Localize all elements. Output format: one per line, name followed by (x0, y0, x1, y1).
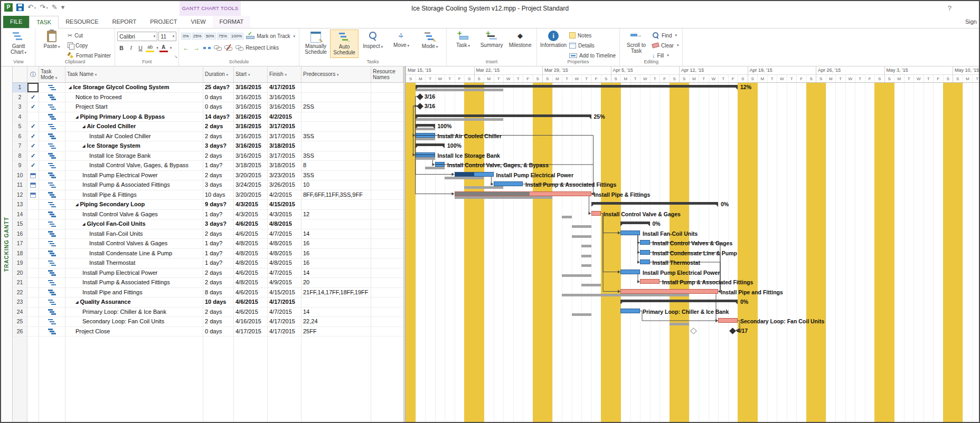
finish-cell[interactable]: 4/2/2015 (268, 112, 301, 122)
timescale-week-row[interactable]: Mar 15, '15Mar 22, '15Mar 29, '15Apr 5, … (406, 66, 979, 75)
predecessors-cell[interactable]: 14 (301, 307, 371, 317)
resource-names-cell[interactable] (371, 112, 403, 122)
timescale-day-label[interactable]: M (484, 75, 494, 83)
task-name-cell[interactable]: Install Pump Electrical Power (65, 268, 203, 278)
task-name-cell[interactable]: Primary Loop: Chiller & Ice Bank (65, 307, 203, 317)
filter-arrow-icon[interactable]: ▾ (227, 73, 229, 76)
finish-cell[interactable]: 3/26/2015 (268, 180, 301, 190)
task-name-cell[interactable]: Install Pump & Associated Fittings (65, 278, 203, 287)
timescale-day-label[interactable]: S (816, 75, 826, 83)
predecessors-cell[interactable]: 20 (301, 278, 371, 287)
finish-cell[interactable]: 3/17/2015 (268, 122, 301, 131)
start-cell[interactable]: 4/6/2015 (234, 297, 268, 307)
timescale-day-label[interactable]: W (572, 75, 582, 83)
empty-rows-area[interactable] (13, 337, 403, 422)
predecessors-cell[interactable]: 2SS (301, 102, 371, 112)
collapse-triangle-icon[interactable]: ◢ (82, 122, 85, 131)
row-number[interactable]: 8 (13, 151, 27, 161)
insert-task-button[interactable]: Task▾ (449, 30, 477, 58)
paste-button[interactable]: Paste▾ (37, 30, 66, 58)
summary-bar[interactable] (416, 143, 445, 146)
timescale-day-label[interactable]: T (581, 75, 591, 83)
row-number[interactable]: 5 (13, 122, 27, 131)
task-mode-cell[interactable] (39, 180, 65, 190)
resource-names-cell[interactable] (371, 180, 403, 190)
task-mode-cell[interactable] (39, 122, 65, 131)
predecessors-cell[interactable] (301, 200, 371, 209)
start-cell[interactable]: 3/16/2015 (234, 132, 268, 141)
task-bar[interactable] (640, 240, 650, 245)
timescale-day-label[interactable]: M (620, 75, 630, 83)
notes-button[interactable]: Notes (568, 31, 617, 40)
timescale-day-label[interactable]: F (933, 75, 943, 83)
finish-cell[interactable]: 3/18/2015 (268, 161, 301, 170)
insert-summary-button[interactable]: Summary (477, 30, 506, 58)
row-number[interactable]: 7 (13, 141, 27, 151)
task-mode-cell[interactable] (39, 219, 65, 229)
predecessors-cell[interactable]: 12 (301, 210, 371, 219)
duration-cell[interactable]: 1 day? (203, 210, 234, 219)
task-name-cell[interactable]: Install Pipe & Fittings (65, 190, 203, 200)
duration-cell[interactable]: 3 days (203, 180, 234, 190)
resource-names-cell[interactable] (371, 268, 403, 278)
timescale-day-label[interactable]: T (513, 75, 523, 83)
timescale-day-label[interactable]: F (455, 75, 465, 83)
task-name-cell[interactable]: Install Air Cooled Chiller (65, 132, 203, 141)
task-bar[interactable] (620, 270, 640, 274)
task-name-cell[interactable]: Install Ice Storage Bank (65, 151, 203, 161)
finish-cell[interactable]: 4/7/2015 (268, 307, 301, 317)
timescale-day-label[interactable]: T (562, 75, 572, 83)
duration-cell[interactable]: 1 day? (203, 258, 234, 268)
information-button[interactable]: i Information (539, 30, 568, 58)
duration-cell[interactable]: 2 days (203, 132, 234, 141)
resource-names-cell[interactable] (371, 122, 403, 131)
duration-cell[interactable]: 25 days? (203, 83, 234, 92)
predecessors-cell[interactable]: 10 (301, 180, 371, 190)
predecessors-cell[interactable]: 3SS (301, 151, 371, 161)
task-mode-cell[interactable] (39, 200, 65, 209)
row-number[interactable]: 2 (13, 93, 27, 102)
task-bar[interactable] (455, 191, 591, 196)
tab-report[interactable]: REPORT (106, 16, 144, 28)
find-button[interactable]: Find▾ (651, 31, 680, 40)
timescale-day-label[interactable]: M (552, 75, 562, 83)
filter-arrow-icon[interactable]: ▾ (337, 73, 339, 76)
task-mode-cell[interactable] (39, 288, 65, 297)
duration-cell[interactable]: 1 day? (203, 249, 234, 258)
predecessors-cell[interactable]: 16 (301, 258, 371, 268)
percent-100-button[interactable]: 100% (230, 33, 243, 40)
finish-cell[interactable]: 4/9/2015 (268, 278, 301, 287)
split-task-button[interactable] (202, 44, 212, 52)
duration-cell[interactable]: 2 days (203, 317, 234, 326)
resource-names-cell[interactable] (371, 83, 403, 92)
cut-button[interactable]: ✂Cut (66, 31, 112, 40)
task-bar[interactable] (620, 289, 718, 294)
column-header-resource[interactable]: ResourceNames (371, 66, 403, 82)
summary-bar[interactable] (416, 124, 435, 127)
resource-names-cell[interactable] (371, 278, 403, 287)
predecessors-cell[interactable] (301, 141, 371, 151)
timescale-week-label[interactable]: Apr 5, '15 (611, 66, 680, 75)
predecessors-cell[interactable] (301, 297, 371, 307)
indicator-cell[interactable]: ✓ (27, 132, 39, 141)
task-name-cell[interactable]: ◢Quality Assurance (65, 297, 203, 307)
predecessors-cell[interactable] (301, 93, 371, 102)
indicator-cell[interactable] (27, 171, 39, 180)
finish-cell[interactable]: 3/23/2015 (268, 171, 301, 180)
start-cell[interactable]: 4/3/2015 (234, 210, 268, 219)
finish-cell[interactable]: 4/8/2015 (268, 219, 301, 229)
resource-names-cell[interactable] (371, 190, 403, 200)
task-name-cell[interactable]: Project Start (65, 102, 203, 112)
task-name-cell[interactable]: Project Close (65, 327, 203, 337)
inspect-button[interactable]: Inspect▾ (359, 30, 387, 58)
unlink-tasks-button[interactable] (223, 44, 233, 52)
row-number[interactable]: 20 (13, 268, 27, 278)
app-icon[interactable]: P (4, 3, 13, 12)
timescale-week-label[interactable]: Apr 26, '15 (816, 66, 884, 75)
start-cell[interactable]: 4/17/2015 (234, 327, 268, 337)
timescale-day-label[interactable]: M (416, 75, 426, 83)
resource-names-cell[interactable] (371, 102, 403, 112)
summary-bar[interactable] (620, 300, 738, 302)
start-cell[interactable]: 4/8/2015 (234, 278, 268, 287)
outdent-task-button[interactable]: ← (181, 44, 191, 52)
